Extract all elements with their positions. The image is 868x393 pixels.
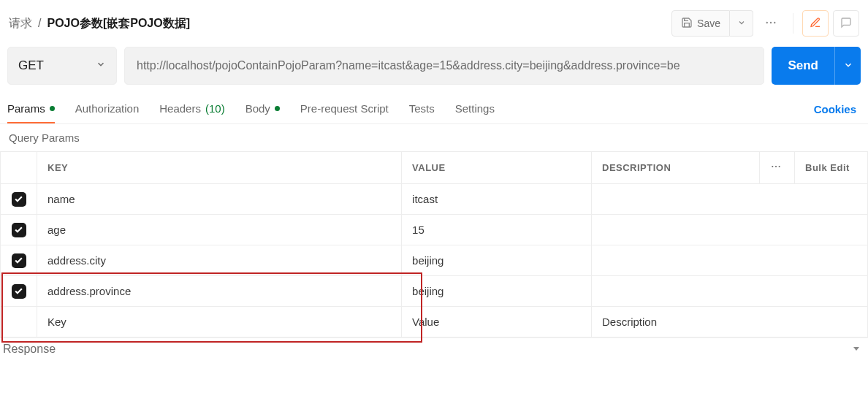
svg-point-4: [775, 166, 777, 167]
active-dot-icon: [275, 106, 280, 111]
value-cell[interactable]: beijing: [402, 276, 592, 307]
tab-label: Body: [245, 102, 270, 115]
checkbox-checked-icon: [12, 253, 26, 268]
svg-point-5: [779, 166, 780, 167]
tab-label: Headers: [159, 102, 201, 115]
row-checkbox-cell[interactable]: [1, 245, 37, 276]
cookies-link[interactable]: Cookies: [810, 96, 861, 123]
breadcrumb-separator: /: [38, 17, 41, 30]
query-params-section-label: Query Params: [0, 124, 868, 151]
table-row: address.provincebeijing: [1, 276, 868, 307]
description-cell[interactable]: [592, 245, 868, 276]
divider: [793, 13, 793, 34]
tab-label: Settings: [455, 102, 495, 115]
tab-params[interactable]: Params: [7, 95, 55, 123]
active-dot-icon: [50, 106, 55, 111]
response-collapse-icon[interactable]: [852, 343, 861, 356]
query-params-table: KEY VALUE DESCRIPTION Bulk Edit nameitca…: [0, 151, 868, 337]
headers-count: (10): [205, 102, 225, 115]
row-options-header[interactable]: [760, 152, 795, 184]
table-row-placeholder: Key Value Description: [1, 307, 868, 337]
tab-label: Params: [7, 102, 45, 115]
description-column-header: DESCRIPTION: [592, 152, 760, 184]
value-placeholder[interactable]: Value: [402, 307, 592, 337]
more-actions-button[interactable]: [758, 10, 784, 37]
key-cell[interactable]: address.province: [37, 276, 402, 307]
key-cell[interactable]: name: [37, 184, 402, 215]
description-cell[interactable]: [592, 276, 868, 307]
row-checkbox-empty: [1, 307, 37, 337]
http-method-select[interactable]: GET: [7, 47, 117, 85]
save-floppy-icon: [681, 17, 693, 31]
tab-label: Authorization: [75, 102, 140, 115]
tab-authorization[interactable]: Authorization: [75, 95, 140, 123]
save-label: Save: [697, 18, 720, 29]
table-row: age15: [1, 215, 868, 245]
url-value: http://localhost/pojoContainPojoParam?na…: [137, 59, 680, 72]
dots-horizontal-icon: [764, 16, 777, 31]
tab-settings[interactable]: Settings: [455, 95, 495, 123]
response-section-label[interactable]: Response: [3, 343, 56, 356]
send-button[interactable]: Send: [772, 47, 834, 85]
svg-point-3: [772, 166, 773, 167]
key-placeholder[interactable]: Key: [37, 307, 402, 337]
bulk-edit-link[interactable]: Bulk Edit: [795, 152, 868, 184]
checkbox-checked-icon: [12, 223, 26, 237]
tab-headers[interactable]: Headers (10): [159, 95, 224, 123]
tab-body[interactable]: Body: [245, 95, 280, 123]
description-cell[interactable]: [592, 215, 868, 245]
topbar-actions: Save: [671, 10, 859, 37]
breadcrumb: 请求 / POJO参数[嵌套POJO数据]: [9, 16, 190, 31]
description-cell[interactable]: [592, 184, 868, 215]
value-cell[interactable]: 15: [402, 215, 592, 245]
comment-button[interactable]: [833, 10, 859, 37]
table-row: address.citybeijing: [1, 245, 868, 276]
svg-marker-6: [853, 347, 859, 351]
chevron-down-icon: [96, 58, 106, 73]
table-row: nameitcast: [1, 184, 868, 215]
key-cell[interactable]: address.city: [37, 245, 402, 276]
svg-point-2: [774, 21, 775, 23]
row-checkbox-cell[interactable]: [1, 276, 37, 307]
description-placeholder[interactable]: Description: [592, 307, 868, 337]
http-method-label: GET: [18, 58, 44, 73]
key-cell[interactable]: age: [37, 215, 402, 245]
tab-label: Pre-request Script: [300, 102, 389, 115]
chevron-down-icon: [737, 18, 746, 29]
row-checkbox-cell[interactable]: [1, 215, 37, 245]
cookies-label: Cookies: [814, 103, 856, 115]
checkbox-column-header: [1, 152, 37, 184]
svg-point-0: [766, 21, 768, 23]
tab-prerequest[interactable]: Pre-request Script: [300, 95, 389, 123]
value-column-header: VALUE: [402, 152, 592, 184]
checkbox-checked-icon: [12, 192, 26, 207]
pencil-icon: [810, 17, 821, 31]
key-column-header: KEY: [37, 152, 402, 184]
value-cell[interactable]: itcast: [402, 184, 592, 215]
tab-tests[interactable]: Tests: [409, 95, 435, 123]
edit-button[interactable]: [802, 10, 829, 37]
value-cell[interactable]: beijing: [402, 245, 592, 276]
breadcrumb-parent[interactable]: 请求: [9, 16, 32, 31]
dots-horizontal-icon: [770, 164, 782, 175]
url-input[interactable]: http://localhost/pojoContainPojoParam?na…: [124, 47, 764, 85]
send-label: Send: [788, 58, 818, 72]
svg-point-1: [770, 21, 772, 23]
checkbox-checked-icon: [12, 284, 26, 299]
row-checkbox-cell[interactable]: [1, 184, 37, 215]
comment-icon: [840, 17, 852, 31]
chevron-down-icon: [843, 60, 853, 72]
save-button[interactable]: Save: [671, 10, 730, 37]
breadcrumb-title: POJO参数[嵌套POJO数据]: [47, 16, 190, 31]
save-dropdown-button[interactable]: [730, 10, 753, 37]
send-dropdown-button[interactable]: [834, 47, 861, 85]
tab-label: Tests: [409, 102, 435, 115]
